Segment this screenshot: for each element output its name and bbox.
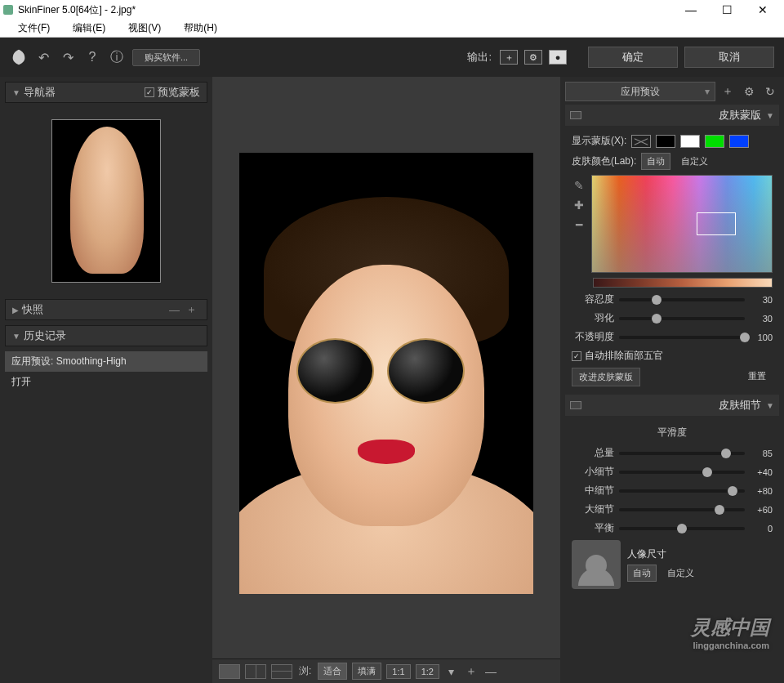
ok-button[interactable]: 确定 bbox=[588, 47, 678, 68]
canvas-area[interactable] bbox=[212, 77, 560, 658]
zoom-1-1-button[interactable]: 1:1 bbox=[386, 664, 410, 679]
portrait-custom-button[interactable]: 自定义 bbox=[662, 565, 700, 582]
skin-mask-title: 皮肤蒙版 bbox=[719, 108, 761, 123]
navigator-title: 导航器 bbox=[24, 85, 56, 100]
view-label: 浏: bbox=[297, 664, 313, 678]
history-list: 应用预设: Smoothing-High 打开 bbox=[5, 351, 207, 392]
portrait-avatar-icon bbox=[572, 540, 621, 589]
buy-software-button[interactable]: 购买软件... bbox=[132, 49, 200, 66]
view-split-h-button[interactable] bbox=[271, 664, 292, 679]
info-button[interactable]: ⓘ bbox=[108, 48, 126, 66]
mask-swatch-blue[interactable] bbox=[729, 135, 749, 148]
menu-view[interactable]: 视图(V) bbox=[117, 21, 172, 35]
view-split-v-button[interactable] bbox=[245, 664, 266, 679]
opacity-slider[interactable]: 不透明度 100 bbox=[572, 330, 773, 344]
menu-edit[interactable]: 编辑(E) bbox=[61, 21, 117, 35]
large-value: +60 bbox=[750, 505, 773, 515]
output-settings-button[interactable]: ⚙ bbox=[524, 50, 542, 65]
history-item[interactable]: 应用预设: Smoothing-High bbox=[5, 351, 207, 372]
mask-swatch-black[interactable] bbox=[656, 135, 675, 148]
skin-mask-body: 显示蒙版(X): 皮肤颜色(Lab): 自动 自定义 ✎ ✚ ━ bbox=[565, 129, 779, 391]
preview-mask-checkbox[interactable]: ✓ bbox=[145, 87, 154, 97]
top-toolbar: ↶ ↷ ? ⓘ 购买软件... 输出: ＋ ⚙ ● 确定 取消 bbox=[0, 38, 784, 77]
mask-swatch-green[interactable] bbox=[705, 135, 724, 148]
balance-slider[interactable]: 平衡 0 bbox=[572, 521, 773, 535]
large-detail-slider[interactable]: 大细节 +60 bbox=[572, 502, 773, 516]
cancel-button[interactable]: 取消 bbox=[684, 47, 774, 68]
hue-strip[interactable] bbox=[593, 278, 773, 288]
skin-color-custom-button[interactable]: 自定义 bbox=[675, 153, 714, 170]
portrait-auto-button[interactable]: 自动 bbox=[627, 565, 657, 582]
snapshot-header[interactable]: ▶ 快照 — ＋ bbox=[5, 299, 207, 320]
skin-detail-header[interactable]: 皮肤细节 ▼ bbox=[565, 395, 779, 416]
eyedropper-add-icon[interactable]: ✚ bbox=[572, 198, 586, 212]
window-title: SkinFiner 5.0[64位] - 2.jpg* bbox=[18, 3, 673, 17]
preset-settings-button[interactable]: ⚙ bbox=[740, 83, 758, 100]
preset-dropdown[interactable]: 应用预设 bbox=[565, 82, 715, 101]
large-label: 大细节 bbox=[572, 502, 614, 516]
preset-add-button[interactable]: ＋ bbox=[719, 83, 737, 100]
snapshot-add-icon[interactable]: ＋ bbox=[183, 302, 200, 317]
window-close-button[interactable]: ✕ bbox=[745, 0, 781, 20]
main-image bbox=[239, 153, 533, 594]
zoom-fill-button[interactable]: 填满 bbox=[352, 663, 381, 680]
help-button[interactable]: ? bbox=[83, 48, 101, 66]
skin-color-label: 皮肤颜色(Lab): bbox=[572, 154, 636, 168]
collapse-icon: ▶ bbox=[12, 306, 19, 315]
medium-detail-slider[interactable]: 中细节 +80 bbox=[572, 484, 773, 498]
output-label: 输出: bbox=[467, 50, 492, 65]
window-maximize-button[interactable]: ☐ bbox=[709, 0, 745, 20]
color-picker-area[interactable] bbox=[591, 175, 773, 273]
eyedropper-sub-icon[interactable]: ━ bbox=[572, 217, 586, 232]
small-value: +40 bbox=[750, 467, 773, 477]
zoom-in-button[interactable]: ＋ bbox=[464, 664, 479, 679]
redo-button[interactable]: ↷ bbox=[59, 48, 77, 66]
zoom-out-button[interactable]: — bbox=[483, 665, 498, 678]
tolerance-slider[interactable]: 容忍度 30 bbox=[572, 292, 773, 306]
navigator-header[interactable]: ▼ 导航器 ✓ 预览蒙板 bbox=[5, 82, 207, 103]
menu-help[interactable]: 帮助(H) bbox=[172, 21, 229, 35]
history-title: 历史记录 bbox=[24, 328, 66, 343]
mask-swatch-none[interactable] bbox=[631, 135, 651, 148]
opacity-value: 100 bbox=[750, 333, 773, 342]
snapshot-remove-icon[interactable]: — bbox=[166, 304, 183, 316]
small-detail-slider[interactable]: 小细节 +40 bbox=[572, 465, 773, 479]
eyedropper-icon[interactable]: ✎ bbox=[572, 178, 586, 193]
auto-exclude-checkbox[interactable]: ✓ bbox=[572, 351, 581, 361]
undo-button[interactable]: ↶ bbox=[34, 48, 52, 66]
skin-mask-toggle[interactable] bbox=[570, 111, 581, 119]
view-single-button[interactable] bbox=[219, 664, 240, 679]
main-area: ▼ 导航器 ✓ 预览蒙板 ▶ 快照 — ＋ ▼ 历史记录 bbox=[0, 77, 784, 683]
reset-mask-button[interactable]: 重置 bbox=[742, 368, 773, 386]
medium-label: 中细节 bbox=[572, 484, 614, 498]
balance-label: 平衡 bbox=[572, 521, 614, 535]
preview-mask-label: 预览蒙板 bbox=[158, 85, 200, 100]
skin-color-auto-button[interactable]: 自动 bbox=[641, 153, 670, 170]
window-titlebar: SkinFiner 5.0[64位] - 2.jpg* — ☐ ✕ bbox=[0, 0, 784, 20]
feather-slider[interactable]: 羽化 30 bbox=[572, 311, 773, 325]
collapse-icon: ▼ bbox=[766, 111, 774, 120]
feather-value: 30 bbox=[750, 314, 773, 324]
output-add-button[interactable]: ＋ bbox=[500, 50, 518, 65]
zoom-1-2-button[interactable]: 1:2 bbox=[416, 664, 439, 679]
skin-mask-header[interactable]: 皮肤蒙版 ▼ bbox=[565, 105, 779, 126]
menubar: 文件(F) 编辑(E) 视图(V) 帮助(H) bbox=[0, 20, 784, 38]
navigator-thumbnail[interactable] bbox=[51, 119, 161, 283]
window-minimize-button[interactable]: — bbox=[673, 0, 709, 20]
improve-mask-button[interactable]: 改进皮肤蒙版 bbox=[572, 368, 640, 386]
color-selection-box[interactable] bbox=[697, 212, 736, 235]
history-item[interactable]: 打开 bbox=[5, 372, 207, 392]
zoom-fit-button[interactable]: 适合 bbox=[318, 663, 347, 680]
skin-detail-toggle[interactable] bbox=[570, 401, 581, 409]
zoom-dropdown-icon[interactable]: ▾ bbox=[444, 665, 459, 678]
skin-detail-body: 平滑度 总量 85 小细节 +40 中细节 +80 大细节 bbox=[565, 419, 779, 594]
menu-file[interactable]: 文件(F) bbox=[7, 21, 61, 35]
output-mask-button[interactable]: ● bbox=[549, 50, 567, 65]
feather-label: 羽化 bbox=[572, 311, 614, 325]
mask-swatch-white[interactable] bbox=[680, 135, 700, 148]
preset-reset-button[interactable]: ↻ bbox=[761, 83, 779, 100]
history-header[interactable]: ▼ 历史记录 bbox=[5, 325, 207, 346]
right-panel: 应用预设 ＋ ⚙ ↻ 皮肤蒙版 ▼ 显示蒙版(X): bbox=[560, 77, 784, 683]
amount-slider[interactable]: 总量 85 bbox=[572, 446, 773, 460]
app-logo-icon bbox=[3, 5, 13, 15]
